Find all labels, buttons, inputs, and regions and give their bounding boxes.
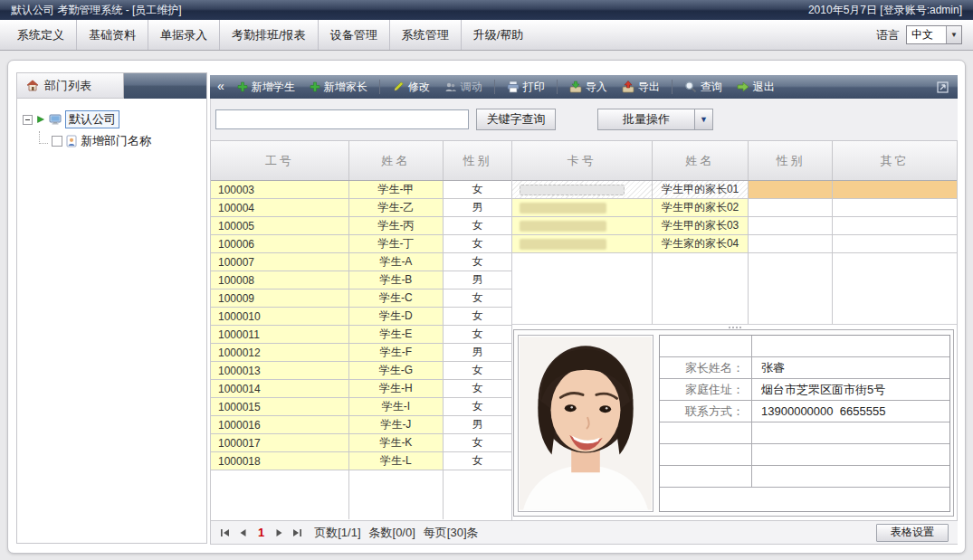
- exit-button[interactable]: 退出: [731, 77, 780, 97]
- print-button[interactable]: 打印: [501, 77, 550, 97]
- table-row[interactable]: 学生甲的家长02: [512, 199, 957, 217]
- table-row[interactable]: 100009 学生-C 女: [211, 289, 511, 308]
- cell-student-name: 学生-K: [349, 434, 444, 451]
- cell-student-id: 100005: [211, 217, 349, 234]
- table-row[interactable]: 1000013 学生-G 女: [211, 362, 511, 380]
- last-page-button[interactable]: [292, 528, 302, 537]
- cell-student-gender: 男: [444, 199, 511, 216]
- tree-node-department-label[interactable]: 新增部门名称: [81, 133, 151, 149]
- table-row[interactable]: 1000014 学生-H 女: [211, 380, 511, 398]
- column-header-card[interactable]: 卡号: [512, 141, 653, 180]
- table-row[interactable]: 1000016 学生-J 男: [211, 416, 511, 434]
- cell-student-name: 学生-J: [349, 416, 444, 433]
- table-row[interactable]: 1000012 学生-F 男: [211, 344, 511, 362]
- table-row[interactable]: 100003 学生-甲 女: [211, 181, 511, 199]
- column-header-name[interactable]: 姓名: [653, 141, 749, 180]
- table-row[interactable]: 学生家的家长04: [512, 235, 957, 253]
- table-row[interactable]: 1000017 学生-K 女: [211, 434, 511, 452]
- tree-node-company-label[interactable]: 默认公司: [65, 110, 119, 128]
- next-page-button[interactable]: [274, 528, 284, 537]
- plus-icon: [310, 81, 320, 92]
- menu-item[interactable]: 基础资料: [77, 20, 148, 50]
- per-page-info: 每页[30]条: [424, 525, 479, 541]
- tab-department-list[interactable]: 部门列表: [17, 73, 124, 99]
- table-row[interactable]: 学生甲的家长03: [512, 217, 957, 235]
- language-selected-value: 中文: [907, 27, 946, 43]
- menu-item[interactable]: 考勤排班/报表: [220, 20, 319, 50]
- expand-button[interactable]: [937, 81, 949, 93]
- batch-operation-dropdown[interactable]: 批量操作 ▼: [597, 109, 713, 130]
- export-button[interactable]: 导出: [616, 77, 665, 97]
- column-header-gender[interactable]: 性别: [444, 141, 511, 180]
- query-button[interactable]: 查询: [679, 77, 728, 97]
- menu-item[interactable]: 升级/帮助: [462, 20, 536, 50]
- keyword-search-button[interactable]: 关键字查询: [476, 109, 556, 130]
- cell-card-number: [512, 235, 653, 252]
- tree-node-checkbox[interactable]: [52, 136, 62, 147]
- cell-student-name: 学生-B: [349, 271, 444, 289]
- edit-button[interactable]: 修改: [386, 77, 435, 97]
- home-icon: [26, 80, 39, 91]
- expand-icon: [937, 81, 949, 93]
- table-row[interactable]: 1000015 学生-I 女: [211, 398, 511, 416]
- menu-item[interactable]: 设备管理: [319, 20, 390, 50]
- table-row[interactable]: 100005 学生-丙 女: [211, 217, 511, 235]
- table-row[interactable]: 100004 学生-乙 男: [211, 199, 511, 217]
- import-button[interactable]: 导入: [564, 77, 613, 97]
- tree-expander-icon[interactable]: [23, 115, 33, 125]
- cell-student-gender: 女: [444, 452, 511, 470]
- table-row[interactable]: 学生甲的家长01: [512, 181, 957, 199]
- current-page[interactable]: 1: [256, 526, 266, 539]
- plus-icon: [237, 81, 248, 92]
- pencil-icon: [392, 81, 405, 93]
- column-header-gender[interactable]: 性别: [749, 141, 833, 180]
- info-label: [660, 422, 752, 443]
- people-icon: [444, 81, 457, 92]
- add-parent-button[interactable]: 新增家长: [304, 77, 373, 97]
- collapse-button[interactable]: «: [215, 77, 228, 97]
- add-student-button[interactable]: 新增学生: [232, 77, 300, 97]
- tree-node-department[interactable]: 新增部门名称: [39, 132, 201, 150]
- parents-table-filler: [512, 253, 957, 324]
- cell-card-number: [512, 199, 653, 216]
- info-row: 家庭住址： 烟台市芝罘区面市街5号: [660, 379, 949, 401]
- table-row[interactable]: 100008 学生-B 男: [211, 271, 511, 289]
- language-area: 语言 中文 ▼: [876, 25, 968, 44]
- cell-student-name: 学生-丙: [349, 217, 444, 234]
- table-row[interactable]: 1000011 学生-E 女: [211, 326, 511, 344]
- keyword-input[interactable]: [215, 109, 469, 129]
- next-page-icon: [274, 528, 284, 537]
- table-row[interactable]: 100007 学生-A 女: [211, 253, 511, 271]
- info-row: 家长姓名： 张睿: [660, 357, 949, 379]
- language-select[interactable]: 中文 ▼: [906, 25, 962, 44]
- panel-header-strip: [124, 73, 206, 99]
- column-header-other[interactable]: 其它: [833, 141, 957, 180]
- chevron-down-icon[interactable]: ▼: [694, 109, 712, 129]
- table-row[interactable]: 1000010 学生-D 女: [211, 308, 511, 326]
- info-value: 13900000000 6655555: [752, 401, 949, 422]
- table-settings-button[interactable]: 表格设置: [876, 524, 949, 542]
- chevron-down-icon[interactable]: ▼: [946, 26, 961, 43]
- search-bar: 关键字查询 批量操作 ▼: [210, 99, 958, 140]
- table-row[interactable]: 1000018 学生-L 女: [211, 452, 511, 470]
- department-panel-header: 部门列表: [17, 73, 206, 99]
- table-row[interactable]: 100006 学生-丁 女: [211, 235, 511, 253]
- tree-node-company[interactable]: 默认公司: [23, 110, 201, 128]
- cell-student-id: 1000016: [211, 416, 349, 433]
- cell-parent-other: [833, 235, 957, 252]
- first-page-button[interactable]: [220, 528, 230, 537]
- column-header-name[interactable]: 姓名: [349, 141, 444, 180]
- cell-student-gender: 女: [444, 235, 511, 252]
- menu-item[interactable]: 单据录入: [148, 20, 220, 50]
- prev-page-button[interactable]: [238, 528, 248, 537]
- menu-item[interactable]: 系统管理: [390, 20, 462, 50]
- content-area: « 新增学生 新增家长 修改 调动: [210, 75, 958, 545]
- menu-item[interactable]: 系统定义: [5, 20, 77, 50]
- info-row: [660, 422, 949, 444]
- info-label: [660, 336, 752, 356]
- cell-student-name: 学生-甲: [349, 181, 444, 198]
- record-count-info: 条数[0/0]: [369, 525, 415, 541]
- column-header-id[interactable]: 工号: [211, 141, 349, 180]
- page-count-info: 页数[1/1]: [314, 525, 360, 541]
- cell-student-name: 学生-乙: [349, 199, 444, 216]
